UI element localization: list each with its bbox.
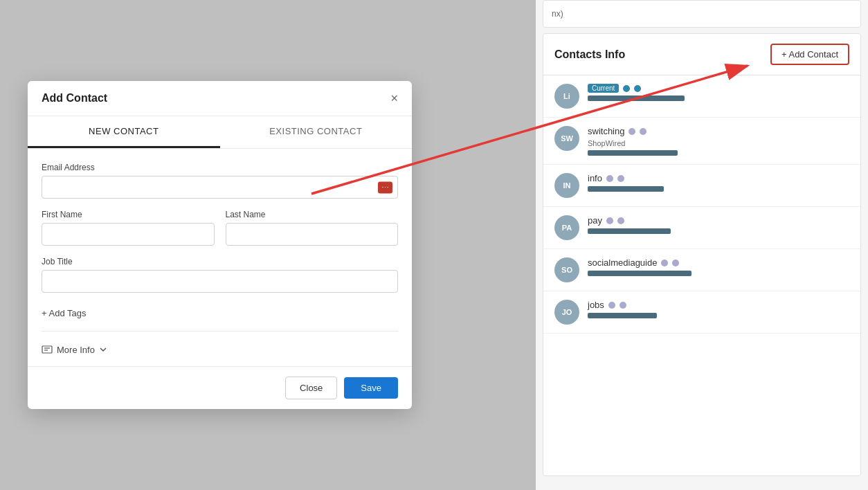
jobtitle-form-group: Job Title [42, 257, 398, 293]
add-tags-label: + Add Tags [42, 308, 86, 318]
tab-existing-contact[interactable]: EXISTING CONTACT [220, 116, 413, 148]
contact-name-row-5: socialmediaguide [588, 257, 849, 268]
jobtitle-input[interactable] [42, 270, 398, 293]
contact-bar-1 [588, 96, 685, 101]
email-input[interactable] [42, 176, 398, 199]
contact-name-5: socialmediaguide [588, 257, 657, 268]
contact-name-row-2: switching [588, 126, 849, 136]
email-form-group: Email Address ⋯ [42, 163, 398, 199]
dot-light-4 [617, 175, 624, 182]
name-form-row: First Name Last Name [42, 210, 398, 257]
save-button[interactable]: Save [344, 377, 398, 399]
dot-icon-2 [634, 85, 641, 92]
modal-title: Add Contact [42, 92, 107, 105]
avatar-in: IN [554, 173, 579, 198]
dot-light-2 [640, 128, 647, 135]
dot-light-8 [672, 260, 679, 266]
lastname-input[interactable] [226, 223, 399, 246]
avatar-jo: JO [554, 300, 579, 325]
dot-light-5 [606, 217, 613, 224]
dot-light-1 [629, 128, 635, 135]
contact-info-5: socialmediaguide [588, 257, 849, 276]
add-contact-button[interactable]: + Add Contact [770, 44, 849, 65]
top-card: nx) [543, 0, 861, 28]
dot-light-7 [661, 260, 668, 266]
contact-info-3: info [588, 173, 849, 192]
email-label: Email Address [42, 163, 398, 172]
current-badge: Current [588, 84, 619, 93]
contact-bar-2 [588, 150, 678, 156]
avatar-so: SO [554, 257, 579, 282]
contact-name-4: pay [588, 215, 602, 226]
contact-info-1: Current [588, 84, 849, 101]
dot-icon-1 [623, 85, 630, 92]
close-button[interactable]: Close [285, 376, 337, 399]
contact-info-4: pay [588, 215, 849, 234]
contacts-header: Contacts Info + Add Contact [543, 34, 860, 75]
add-contact-modal: Add Contact × NEW CONTACT EXISTING CONTA… [28, 81, 412, 409]
email-dots-icon: ⋯ [378, 181, 392, 193]
modal-header: Add Contact × [28, 81, 412, 116]
contact-item-6: JO jobs [543, 291, 860, 334]
more-info-label: More Info [57, 345, 95, 355]
contact-bar-6 [588, 313, 657, 318]
contact-item-2: SW switching ShopWired [543, 118, 860, 165]
right-panel: nx) Contacts Info + Add Contact Li Curre… [536, 0, 868, 490]
contact-name-row-4: pay [588, 215, 849, 226]
dot-light-9 [608, 302, 615, 309]
modal-close-button[interactable]: × [390, 92, 398, 105]
more-info-button[interactable]: More Info [42, 340, 398, 359]
contact-name-row-6: jobs [588, 300, 849, 310]
firstname-form-group: First Name [42, 210, 215, 246]
jobtitle-label: Job Title [42, 257, 398, 266]
email-input-wrapper: ⋯ [42, 176, 398, 199]
modal-body: Email Address ⋯ First Name Last Name Job… [28, 149, 412, 366]
top-card-text: nx) [552, 9, 563, 19]
add-tags-button[interactable]: + Add Tags [42, 304, 398, 323]
chevron-down-icon [99, 345, 107, 354]
dot-light-10 [620, 302, 626, 309]
modal-footer: Close Save [28, 366, 412, 409]
avatar-li: Li [554, 84, 579, 109]
firstname-input[interactable] [42, 223, 215, 246]
contact-bar-3 [588, 186, 664, 192]
contact-name-3: info [588, 173, 602, 183]
lastname-label: Last Name [226, 210, 399, 219]
contact-name-row-1: Current [588, 84, 849, 93]
modal-tabs: NEW CONTACT EXISTING CONTACT [28, 116, 412, 149]
more-info-icon [42, 344, 53, 355]
dot-light-3 [606, 175, 613, 182]
lastname-form-group: Last Name [226, 210, 399, 246]
dot-light-6 [617, 217, 624, 224]
tab-new-contact[interactable]: NEW CONTACT [28, 116, 220, 148]
contact-name-2: switching [588, 126, 624, 136]
contact-item-5: SO socialmediaguide [543, 249, 860, 291]
contact-item-3: IN info [543, 165, 860, 207]
contact-info-2: switching ShopWired [588, 126, 849, 156]
contact-info-6: jobs [588, 300, 849, 318]
modal-overlay: Add Contact × NEW CONTACT EXISTING CONTA… [0, 0, 536, 490]
avatar-sw: SW [554, 126, 579, 151]
firstname-label: First Name [42, 210, 215, 219]
contact-item-4: PA pay [543, 207, 860, 249]
contact-name-6: jobs [588, 300, 604, 310]
contact-bar-5 [588, 271, 691, 276]
contact-item-1: Li Current [543, 75, 860, 118]
contact-sub-2: ShopWired [588, 139, 849, 147]
contact-name-row-3: info [588, 173, 849, 183]
contacts-panel: Contacts Info + Add Contact Li Current S… [543, 33, 861, 476]
svg-rect-0 [42, 346, 52, 353]
contacts-title: Contacts Info [554, 48, 625, 61]
avatar-pa: PA [554, 215, 579, 240]
contact-bar-4 [588, 228, 671, 234]
modal-divider [42, 331, 398, 332]
